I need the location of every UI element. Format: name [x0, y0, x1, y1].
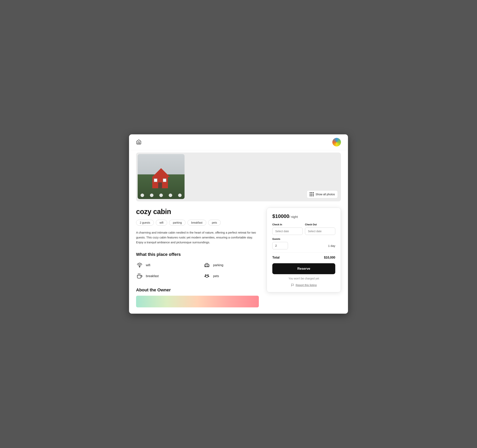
home-icon[interactable]: [136, 139, 142, 145]
amenity-tag-pets: pets: [208, 220, 221, 226]
listing-info: cozy cabin 2 guests wifi parking breakfa…: [136, 208, 259, 307]
svg-point-2: [205, 266, 206, 266]
parking-label: parking: [213, 263, 223, 267]
flag-icon: [291, 284, 294, 287]
grid-icon: [310, 192, 314, 197]
main-content: cozy cabin 2 guests wifi parking breakfa…: [129, 201, 348, 314]
divider: [272, 252, 335, 253]
booking-card: $10000/ night Check in Check out Guests …: [267, 208, 341, 292]
owner-banner: [136, 296, 259, 307]
main-photo: [138, 154, 185, 199]
amenity-tags: 2 guests wifi parking breakfast pets: [136, 220, 259, 226]
price-row: $10000/ night: [272, 213, 335, 219]
check-in-label: Check in: [272, 223, 303, 226]
about-owner-section: About the Owner: [136, 287, 259, 307]
offer-pets: pets: [203, 273, 259, 280]
check-out-input[interactable]: [305, 227, 335, 235]
guests-input[interactable]: [272, 242, 288, 249]
total-amount: $10,000: [324, 256, 335, 259]
svg-point-8: [205, 274, 206, 275]
svg-rect-1: [204, 264, 209, 267]
report-label: Report this listing: [296, 284, 316, 287]
offer-breakfast: breakfast: [136, 273, 191, 280]
guests-label: Guests: [272, 238, 335, 240]
svg-point-0: [139, 266, 140, 267]
reserve-button[interactable]: Reserve: [272, 263, 335, 274]
offers-heading: What this place offers: [136, 252, 259, 257]
svg-point-3: [208, 266, 209, 266]
wifi-icon: [136, 262, 143, 269]
breakfast-label: breakfast: [146, 274, 159, 278]
check-in-field: Check in: [272, 223, 303, 235]
check-in-input[interactable]: [272, 227, 303, 235]
wifi-label: wifi: [146, 263, 150, 267]
date-row: Check in Check out: [272, 223, 335, 235]
amenity-tag-parking: parking: [169, 220, 185, 226]
svg-point-9: [208, 274, 209, 275]
reserve-label: Reserve: [297, 267, 310, 270]
car-icon: [203, 262, 210, 269]
total-row: Total $10,000: [272, 256, 335, 259]
svg-point-10: [205, 276, 205, 277]
check-out-label: Check out: [305, 223, 335, 226]
amenity-tag-breakfast: breakfast: [187, 220, 206, 226]
svg-point-11: [209, 276, 209, 277]
guests-row: Guests 1 day: [272, 238, 335, 249]
amenity-tag-guests: 2 guests: [136, 220, 154, 226]
total-label: Total: [272, 256, 280, 259]
offer-parking: parking: [203, 262, 259, 269]
no-charge-text: You won't be charged yet: [272, 277, 335, 280]
show-all-photos-button[interactable]: Show all photos: [307, 190, 338, 198]
guests-duration: 1 day: [272, 242, 335, 249]
offer-wifi: wifi: [136, 262, 191, 269]
offers-section: What this place offers wifi: [136, 252, 259, 280]
photo-gallery: Show all photos: [136, 152, 341, 201]
breakfast-icon: [136, 273, 143, 280]
amenity-tag-wifi: wifi: [156, 220, 167, 226]
svg-point-7: [206, 275, 208, 278]
pets-label: pets: [213, 274, 219, 278]
app-window: Show all photos cozy cabin 2 guests wifi…: [129, 134, 348, 314]
duration-text: 1 day: [328, 244, 335, 247]
show-all-photos-label: Show all photos: [316, 193, 335, 196]
price-amount: $10000: [272, 213, 289, 219]
listing-title: cozy cabin: [136, 208, 259, 216]
header: [129, 134, 348, 150]
avatar[interactable]: [332, 138, 341, 146]
pets-icon: [203, 273, 210, 280]
price-per-night: / night: [289, 215, 298, 219]
about-owner-heading: About the Owner: [136, 287, 259, 292]
check-out-field: Check out: [305, 223, 335, 235]
report-listing-link[interactable]: Report this listing: [272, 284, 335, 287]
offers-grid: wifi parking: [136, 262, 259, 280]
listing-description: A charming and intimate cabin nestled in…: [136, 230, 259, 245]
